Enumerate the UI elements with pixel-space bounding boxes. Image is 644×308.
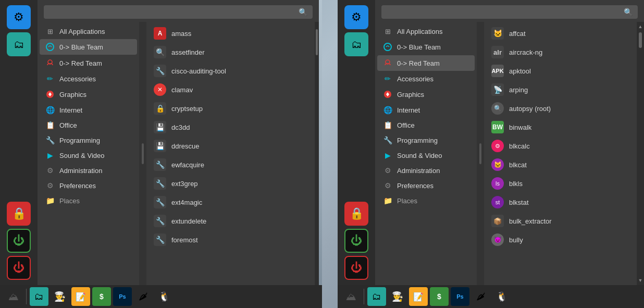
category-graphics[interactable]: Graphics [40, 87, 137, 102]
category-internet[interactable]: 🌐 Internet [40, 103, 137, 117]
app-ewfacquire[interactable]: 🔧 ewfacquire [146, 155, 315, 174]
binwalk-icon: BW [491, 121, 504, 133]
category-blue-team[interactable]: 0-> Blue Team [40, 39, 137, 55]
category-administration[interactable]: ⚙ Administration [40, 163, 137, 178]
accessories-icon: ✏ [45, 75, 55, 83]
category-places[interactable]: 📁 Places [40, 193, 137, 208]
right-category-all-apps[interactable]: ⊞ All Applications [377, 24, 475, 39]
app-amass[interactable]: A amass [146, 24, 315, 43]
app-autopsy[interactable]: 🔍 autopsy (root) [484, 99, 637, 118]
app-arping[interactable]: 📡 arping [484, 80, 637, 99]
right-taskbar-files[interactable]: 🗂 [367, 287, 386, 306]
app-clamav[interactable]: ✕ clamav [146, 80, 315, 99]
right-accessories-icon: ✏ [382, 75, 393, 83]
right-sidebar-power-green-icon[interactable]: ⏻ [344, 229, 368, 253]
right-sidebar-lock-icon[interactable]: 🔒 [344, 202, 368, 226]
ddrescue-icon: 💾 [154, 140, 166, 152]
right-sidebar-power-red-icon[interactable]: ⏻ [344, 256, 368, 280]
right-administration-icon: ⚙ [382, 166, 393, 175]
app-assetfinder[interactable]: 🔍 assetfinder [146, 43, 315, 61]
arping-label: arping [509, 86, 528, 94]
taskbar-penguin[interactable]: 🐧 [155, 287, 174, 306]
right-category-blue-team[interactable]: 0-> Blue Team [377, 39, 475, 55]
right-category-preferences[interactable]: ⚙ Preferences [377, 178, 475, 193]
app-foremost[interactable]: 🔧 foremost [146, 230, 315, 249]
right-taskbar-penguin[interactable]: 🐧 [492, 287, 511, 306]
right-taskbar-photoshop[interactable]: Ps [451, 287, 469, 306]
app-ddrescue[interactable]: 💾 ddrescue [146, 137, 315, 155]
foremost-label: foremost [171, 236, 198, 244]
autopsy-icon: 🔍 [491, 102, 504, 115]
app-extundelete[interactable]: 🔧 extundelete [146, 212, 315, 230]
app-bully[interactable]: 😈 bully [484, 230, 637, 249]
right-sidebar-files-icon[interactable]: 🗂 [344, 32, 368, 56]
scrollbar-thumb[interactable] [639, 32, 642, 48]
left-search-input[interactable] [49, 8, 294, 16]
taskbar-mint-logo[interactable]: ⛰ [4, 287, 23, 306]
app-binwalk[interactable]: BW binwalk [484, 118, 637, 137]
right-taskbar-sticky[interactable]: 📝 [409, 287, 428, 306]
taskbar-files[interactable]: 🗂 [30, 287, 48, 306]
right-apps-col: 🐱 affcat aIr aircrack-ng APK apktool 📡 a… [484, 22, 637, 285]
app-blkstat[interactable]: st blkstat [484, 193, 637, 212]
right-search-input[interactable] [387, 8, 620, 16]
right-category-office[interactable]: 📋 Office [377, 118, 475, 132]
office-icon: 📋 [45, 121, 55, 129]
category-sound-video[interactable]: ▶ Sound & Video [40, 148, 137, 163]
category-programming[interactable]: 🔧 Programming [40, 133, 137, 147]
right-internet-icon: 🌐 [382, 106, 393, 114]
taskbar-terminal[interactable]: $ [92, 287, 111, 306]
right-category-red-team[interactable]: 0-> Red Team [377, 55, 475, 71]
sidebar-files-icon[interactable]: 🗂 [7, 32, 31, 56]
right-category-programming[interactable]: 🔧 Programming [377, 133, 475, 147]
app-ext3grep[interactable]: 🔧 ext3grep [146, 174, 315, 193]
right-taskbar-terminal[interactable]: $ [430, 287, 449, 306]
left-search-bar: 🔍 [44, 5, 313, 19]
app-ext4magic[interactable]: 🔧 ext4magic [146, 193, 315, 212]
taskbar-chef[interactable]: 👨‍🍳 [51, 287, 69, 306]
sidebar-power-green-icon[interactable]: ⏻ [7, 229, 31, 253]
scrollbar-up-arrow[interactable]: ▲ [637, 23, 644, 30]
app-aircrack[interactable]: aIr aircrack-ng [484, 43, 637, 61]
taskbar-pepper[interactable]: 🌶 [134, 287, 153, 306]
app-dc3dd[interactable]: 💾 dc3dd [146, 118, 315, 137]
sidebar-power-red-icon[interactable]: ⏻ [7, 256, 31, 280]
right-category-places[interactable]: 📁 Places [377, 193, 475, 208]
sidebar-settings-icon[interactable]: ⚙ [7, 5, 31, 29]
right-sound-video-label: Sound & Video [397, 152, 442, 159]
taskbar-photoshop[interactable]: Ps [113, 287, 132, 306]
app-blkcalc[interactable]: ⚙ blkcalc [484, 137, 637, 155]
right-category-internet[interactable]: 🌐 Internet [377, 103, 475, 117]
assetfinder-label: assetfinder [171, 48, 205, 56]
app-blkls[interactable]: ls blkls [484, 174, 637, 193]
right-taskbar-mint-logo[interactable]: ⛰ [342, 287, 361, 306]
taskbar-sticky[interactable]: 📝 [71, 287, 90, 306]
blkcalc-label: blkcalc [509, 142, 530, 150]
right-sidebar-settings-icon[interactable]: ⚙ [344, 5, 368, 29]
right-category-administration[interactable]: ⚙ Administration [377, 163, 475, 178]
scrollbar-down-arrow[interactable]: ▼ [637, 277, 644, 284]
blue-team-icon [45, 42, 55, 52]
app-affcat[interactable]: 🐱 affcat [484, 24, 637, 43]
app-apktool[interactable]: APK apktool [484, 61, 637, 80]
right-taskbar-pepper[interactable]: 🌶 [472, 287, 490, 306]
dc3dd-icon: 💾 [154, 121, 166, 133]
category-office[interactable]: 📋 Office [40, 118, 137, 132]
category-accessories[interactable]: ✏ Accessories [40, 71, 137, 86]
right-preferences-icon: ⚙ [382, 181, 393, 190]
app-cisco[interactable]: 🔧 cisco-auditing-tool [146, 61, 315, 80]
app-cryptsetup[interactable]: 🔒 cryptsetup [146, 99, 315, 118]
app-bulk-extractor[interactable]: 📦 bulk_extractor [484, 212, 637, 230]
graphics-icon [45, 90, 55, 99]
right-category-graphics[interactable]: Graphics [377, 87, 475, 102]
sidebar-lock-icon[interactable]: 🔒 [7, 202, 31, 226]
cisco-label: cisco-auditing-tool [171, 67, 226, 75]
category-preferences[interactable]: ⚙ Preferences [40, 178, 137, 193]
left-categories-col: ⊞ All Applications 0-> Blue Team 0-> Red… [38, 22, 139, 285]
app-blkcat[interactable]: 🐱 blkcat [484, 155, 637, 174]
right-category-sound-video[interactable]: ▶ Sound & Video [377, 148, 475, 163]
category-all-apps[interactable]: ⊞ All Applications [40, 24, 137, 39]
right-category-accessories[interactable]: ✏ Accessories [377, 71, 475, 86]
category-red-team[interactable]: 0-> Red Team [40, 55, 137, 71]
right-taskbar-chef[interactable]: 👨‍🍳 [388, 287, 407, 306]
